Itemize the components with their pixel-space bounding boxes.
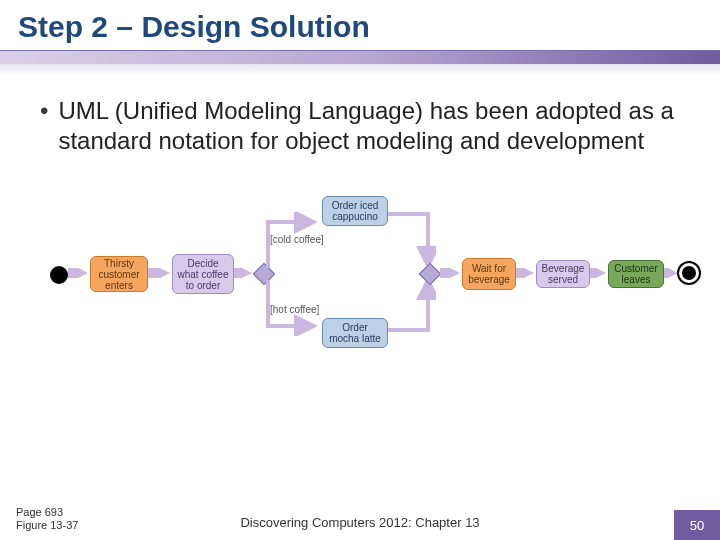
node-decide: Decide what coffee to order: [172, 254, 234, 294]
slide-body: • UML (Unified Modeling Language) has be…: [0, 64, 720, 166]
node-leaves: Customer leaves: [608, 260, 664, 288]
node-served: Beverage served: [536, 260, 590, 288]
initial-node-icon: [50, 266, 68, 284]
node-iced: Order iced cappucino: [322, 196, 388, 226]
node-mocha: Order mocha latte: [322, 318, 388, 348]
final-node-icon: [682, 266, 696, 280]
footer-center: Discovering Computers 2012: Chapter 13: [0, 515, 720, 530]
slide-title: Step 2 – Design Solution: [18, 10, 702, 44]
slide-title-bar: Step 2 – Design Solution: [0, 0, 720, 50]
page-number-badge: 50: [674, 510, 720, 540]
node-thirsty-customer: Thirsty customer enters: [90, 256, 148, 292]
accent-divider: [0, 50, 720, 64]
uml-activity-diagram: Thirsty customer enters Decide what coff…: [46, 184, 674, 364]
node-wait: Wait for beverage: [462, 258, 516, 290]
bullet-icon: •: [40, 96, 48, 126]
bullet-text: UML (Unified Modeling Language) has been…: [58, 96, 680, 156]
